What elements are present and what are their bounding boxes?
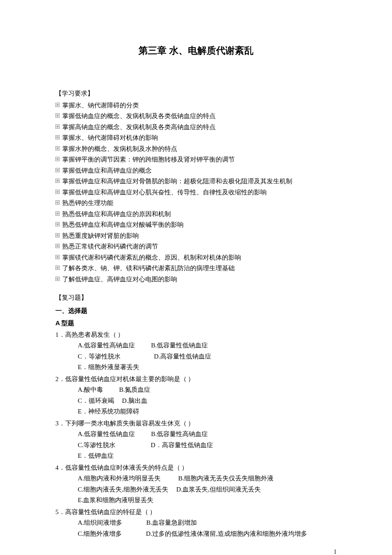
bullet-icon bbox=[55, 233, 60, 237]
bullet-icon bbox=[55, 135, 60, 139]
list-item: 掌握高钠血症的概念、发病机制及各类高钠血症的特点 bbox=[55, 122, 337, 133]
question-option-line: E.血浆和细胞内液明显丢失 bbox=[78, 495, 337, 506]
list-item: 掌握钾平衡的调节因素：钾的跨细胞转移及肾对钾平衡的调节 bbox=[55, 154, 337, 165]
svg-rect-7 bbox=[57, 136, 59, 139]
svg-rect-25 bbox=[57, 234, 59, 236]
question-option-line: C.细胞内液丢失,细胞外液无丢失 D.血浆丢失,但组织间液无丢失 bbox=[78, 484, 337, 495]
svg-rect-5 bbox=[57, 125, 59, 127]
list-item: 了解低钾血症、高钾血症对心电图的影响 bbox=[55, 274, 337, 285]
svg-rect-15 bbox=[57, 180, 59, 182]
question-option-line: C.细胞外液增多 D.过多的低渗性液体潴留,造成细胞内液和细胞外液均增多 bbox=[78, 529, 337, 540]
list-item-text: 掌握低钠血症的概念、发病机制及各类低钠血症的特点 bbox=[62, 111, 216, 122]
svg-rect-3 bbox=[57, 115, 59, 117]
question: 3．下列哪一类水电解质失衡最容易发生休克（ ）A.低容量性低钠血症 B.低容量性… bbox=[55, 418, 337, 462]
question-stem: 4．低容量性低钠血症时体液丢失的特点是（ ） bbox=[55, 462, 337, 474]
list-item: 掌握低钾血症和高钾血症的概念 bbox=[55, 165, 337, 176]
list-item-text: 掌握低钾血症和高钾血症的概念 bbox=[62, 165, 152, 176]
list-item-text: 熟悉低钾血症和高钾血症对酸碱平衡的影响 bbox=[62, 220, 184, 231]
question-option-line: C．等渗性脱水 D.高容量性低钠血症 bbox=[78, 351, 337, 362]
list-item-text: 熟悉低钾血症和高钾血症的原因和机制 bbox=[62, 209, 171, 220]
svg-rect-17 bbox=[57, 191, 59, 193]
list-item: 掌握低钠血症的概念、发病机制及各类低钠血症的特点 bbox=[55, 111, 337, 122]
bullet-icon bbox=[55, 200, 60, 205]
question-stem: 3．下列哪一类水电解质失衡最容易发生休克（ ） bbox=[55, 418, 337, 429]
svg-rect-21 bbox=[57, 212, 59, 214]
bullet-icon bbox=[55, 157, 60, 161]
list-item-text: 掌握低钾血症和高钾血症对心肌兴奋性、传导性、自律性及收缩性的影响 bbox=[62, 187, 267, 198]
question-option-line: E．细胞外液显著丢失 bbox=[78, 362, 337, 373]
list-item-text: 掌握钾平衡的调节因素：钾的跨细胞转移及肾对钾平衡的调节 bbox=[62, 154, 235, 165]
bullet-icon bbox=[55, 255, 60, 259]
question-option-line: A.酸中毒 B.氮质血症 bbox=[78, 384, 337, 396]
bullet-icon bbox=[55, 179, 60, 183]
question-option-line: E．神经系统功能障碍 bbox=[78, 406, 337, 417]
list-item: 掌握低钾血症和高钾血症对骨骼肌的影响：超极化阻滞和去极化阻滞及其发生机制 bbox=[55, 176, 337, 187]
list-item: 熟悉低钾血症和高钾血症的原因和机制 bbox=[55, 209, 337, 220]
question-option-line: C．循环衰竭 D.脑出血 bbox=[78, 396, 337, 407]
question-option-line: A.低容量性低钠血症 B.低容量性高钠血症 bbox=[78, 429, 337, 440]
bullet-icon bbox=[55, 103, 60, 107]
list-item-text: 熟悉正常镁代谢和钙磷代谢的调节 bbox=[62, 241, 158, 252]
list-item: 熟悉正常镁代谢和钙磷代谢的调节 bbox=[55, 241, 337, 252]
list-item: 掌握镁代谢和钙磷代谢紊乱的概念、原因、机制和对机体的影响 bbox=[55, 252, 337, 263]
question-option-line: A.组织间液增多 B.血容量急剧增加 bbox=[78, 517, 337, 529]
list-item: 掌握水、钠代谢障碍对机体的影响 bbox=[55, 133, 337, 144]
bullet-icon bbox=[55, 168, 60, 172]
question-stem: 5．高容量性低钠血症的特征是（ ） bbox=[55, 507, 337, 518]
list-item: 掌握低钾血症和高钾血症对心肌兴奋性、传导性、自律性及收缩性的影响 bbox=[55, 187, 337, 198]
svg-rect-13 bbox=[57, 169, 59, 171]
bullet-icon bbox=[55, 190, 60, 194]
page-number: 1 bbox=[55, 547, 337, 555]
list-item-text: 了解各类水、钠、钾、镁和钙磷代谢紊乱防治的病理生理基础 bbox=[62, 263, 235, 274]
list-item: 熟悉低钾血症和高钾血症对酸碱平衡的影响 bbox=[55, 220, 337, 231]
list-item-text: 熟悉钾的生理功能 bbox=[62, 198, 113, 209]
bullet-icon bbox=[55, 124, 60, 129]
list-item: 熟悉重度缺钾对肾脏的影响 bbox=[55, 231, 337, 242]
question: 2．低容量性低钠血症对机体最主要的影响是（ ）A.酸中毒 B.氮质血症C．循环衰… bbox=[55, 374, 337, 417]
question-option-line: E．低钾血症 bbox=[78, 451, 337, 462]
question-stem: 1．高热患者易发生（ ） bbox=[55, 330, 337, 341]
list-item-text: 掌握镁代谢和钙磷代谢紊乱的概念、原因、机制和对机体的影响 bbox=[62, 252, 241, 263]
bullet-icon bbox=[55, 244, 60, 248]
review-heading: 【复习题】 bbox=[55, 292, 337, 304]
list-item: 了解各类水、钠、钾、镁和钙磷代谢紊乱防治的病理生理基础 bbox=[55, 263, 337, 274]
svg-rect-23 bbox=[57, 223, 59, 225]
svg-rect-19 bbox=[57, 202, 59, 204]
bullet-icon bbox=[55, 277, 60, 281]
bullet-icon bbox=[55, 266, 60, 270]
question: 5．高容量性低钠血症的特征是（ ）A.组织间液增多 B.血容量急剧增加C.细胞外… bbox=[55, 507, 337, 540]
question-option-line: A.低容量性高钠血症 B.低容量性低钠血症 bbox=[78, 340, 337, 351]
chapter-title: 第三章 水、电解质代谢紊乱 bbox=[55, 43, 337, 58]
bullet-icon bbox=[55, 211, 60, 216]
question: 4．低容量性低钠血症时体液丢失的特点是（ ）A.细胞内液和外液均明显丢失 B.细… bbox=[55, 462, 337, 506]
svg-rect-31 bbox=[57, 267, 59, 269]
list-item: 掌握水肿的概念、发病机制及水肿的特点 bbox=[55, 144, 337, 155]
question: 1．高热患者易发生（ ）A.低容量性高钠血症 B.低容量性低钠血症C．等渗性脱水… bbox=[55, 330, 337, 373]
svg-rect-29 bbox=[57, 256, 59, 258]
svg-rect-9 bbox=[57, 147, 59, 149]
svg-rect-11 bbox=[57, 158, 59, 160]
list-item-text: 掌握低钾血症和高钾血症对骨骼肌的影响：超极化阻滞和去极化阻滞及其发生机制 bbox=[62, 176, 292, 187]
list-item-text: 熟悉重度缺钾对肾脏的影响 bbox=[62, 231, 139, 242]
list-item-text: 了解低钾血症、高钾血症对心电图的影响 bbox=[62, 274, 177, 285]
list-item: 熟悉钾的生理功能 bbox=[55, 198, 337, 209]
list-item-text: 掌握高钠血症的概念、发病机制及各类高钠血症的特点 bbox=[62, 122, 216, 133]
list-item: 掌握水、钠代谢障碍的分类 bbox=[55, 100, 337, 111]
study-requirements-list: 掌握水、钠代谢障碍的分类掌握低钠血症的概念、发病机制及各类低钠血症的特点掌握高钠… bbox=[55, 100, 337, 285]
svg-rect-33 bbox=[57, 278, 59, 280]
bullet-icon bbox=[55, 146, 60, 150]
question-option-line: C.等渗性脱水 D．高容量性低钠血症 bbox=[78, 440, 337, 451]
list-item-text: 掌握水、钠代谢障碍对机体的影响 bbox=[62, 133, 158, 144]
question-stem: 2．低容量性低钠血症对机体最主要的影响是（ ） bbox=[55, 374, 337, 385]
study-requirements-heading: 【学习要求】 bbox=[55, 88, 337, 99]
svg-rect-27 bbox=[57, 245, 59, 247]
bullet-icon bbox=[55, 113, 60, 118]
list-item-text: 掌握水肿的概念、发病机制及水肿的特点 bbox=[62, 144, 177, 155]
question-option-line: A.细胞内液和外液均明显丢失 B.细胞内液无丢失仅丢失细胞外液 bbox=[78, 473, 337, 484]
svg-rect-1 bbox=[57, 104, 59, 106]
section-one-heading: 一、选择题 bbox=[55, 305, 337, 316]
type-a-heading: A 型题 bbox=[55, 318, 337, 329]
question-list: 1．高热患者易发生（ ）A.低容量性高钠血症 B.低容量性低钠血症C．等渗性脱水… bbox=[55, 330, 337, 540]
list-item-text: 掌握水、钠代谢障碍的分类 bbox=[62, 100, 139, 111]
bullet-icon bbox=[55, 222, 60, 226]
